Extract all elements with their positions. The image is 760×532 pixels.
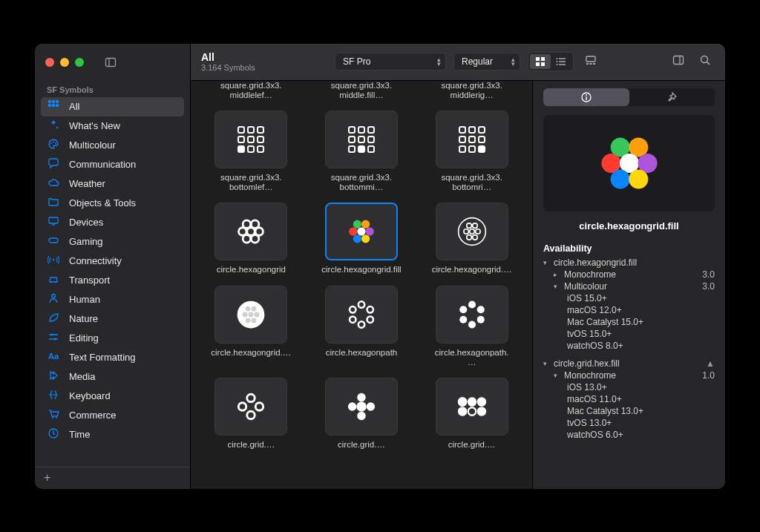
- svg-point-128: [246, 306, 251, 311]
- svg-point-144: [468, 321, 476, 328]
- symbol-cell[interactable]: circle.grid.…: [425, 378, 519, 450]
- symbol-cell[interactable]: square.grid.3x3.bottomlef…: [204, 111, 298, 192]
- svg-point-125: [466, 235, 471, 240]
- grid-view-button[interactable]: [530, 54, 551, 69]
- svg-point-115: [357, 228, 365, 236]
- svg-point-124: [475, 229, 480, 234]
- sidebar-item-objects-tools[interactable]: Objects & Tools: [35, 194, 190, 213]
- info-tab[interactable]: [543, 88, 629, 106]
- symbol-cell[interactable]: square.grid.3x3.bottommi…: [315, 111, 409, 192]
- sidebar-item-nature[interactable]: Nature: [35, 309, 190, 329]
- symbol-caption: circle.hexagonpath: [321, 348, 402, 358]
- symbol-caption: circle.grid.…: [431, 440, 513, 450]
- symbol-cell[interactable]: square.grid.3x3.middle.fill…: [315, 81, 409, 100]
- sidebar-item-all[interactable]: All: [41, 97, 184, 116]
- svg-point-176: [610, 169, 629, 188]
- sidebar-item-label: Editing: [69, 332, 99, 344]
- sidebar-item-communication[interactable]: Communication: [35, 155, 190, 174]
- sf-version: 3.0: [702, 269, 715, 280]
- sidebar-item-label: Weather: [69, 178, 105, 189]
- availability-item[interactable]: ▸ Monochrome 3.0: [543, 269, 715, 280]
- minimize-button[interactable]: [60, 58, 69, 67]
- symbol-cell[interactable]: square.grid.3x3.middlelef…: [204, 81, 298, 100]
- svg-rect-84: [238, 146, 244, 152]
- platform-version: iOS 15.0+: [543, 292, 715, 304]
- pin-tab[interactable]: [629, 88, 715, 106]
- sidebar-item-label: Nature: [69, 313, 98, 324]
- gallery-button[interactable]: [581, 54, 600, 69]
- svg-point-145: [459, 315, 467, 323]
- sidebar-item-multicolour[interactable]: Multicolour: [35, 136, 190, 155]
- symbol-caption: square.grid.3x3.middle.fill…: [321, 81, 402, 100]
- zoom-button[interactable]: [75, 58, 84, 67]
- svg-rect-104: [479, 146, 485, 152]
- symbol-thumb: [325, 286, 398, 344]
- svg-point-129: [252, 306, 257, 311]
- inspector-body[interactable]: Availability ▾ circle.hexagongrid.fill ▸…: [533, 239, 725, 489]
- symbol-cell[interactable]: circle.hexagongrid.…: [425, 203, 519, 275]
- availability-group[interactable]: ▾ circle.grid.hex.fill ▲: [543, 358, 715, 370]
- svg-point-108: [247, 228, 255, 235]
- font-select[interactable]: SF Pro ▴▾: [335, 53, 446, 70]
- sidebar-item-label: Text Formatting: [69, 352, 136, 363]
- sidebar-item-editing[interactable]: Editing: [35, 329, 190, 348]
- sidebar-item-time[interactable]: Time: [35, 425, 190, 444]
- svg-rect-89: [368, 127, 374, 133]
- sidebar-item-commerce[interactable]: Commerce: [35, 406, 190, 425]
- availability-item[interactable]: ▾ Multicolour 3.0: [543, 280, 715, 292]
- inspector-toggle-button[interactable]: [669, 54, 688, 69]
- symbol-grid: square.grid.3x3.middlelef…square.grid.3x…: [204, 81, 519, 450]
- svg-rect-95: [368, 146, 374, 152]
- hexagongrid-fill-icon: [595, 129, 664, 197]
- symbol-cell[interactable]: square.grid.3x3.bottomri…: [425, 111, 519, 192]
- symbol-grid-area[interactable]: square.grid.3x3.middlelef…square.grid.3x…: [191, 81, 532, 489]
- symbol-cell[interactable]: circle.grid.…: [315, 378, 409, 450]
- symbol-cell[interactable]: square.grid.3x3.middlerig…: [425, 81, 519, 100]
- svg-point-116: [366, 228, 374, 236]
- toggle-sidebar-button[interactable]: [105, 56, 117, 68]
- symbol-cell[interactable]: circle.hexagongrid.…: [204, 286, 298, 367]
- symbol-cell[interactable]: circle.hexagongrid: [204, 203, 298, 275]
- svg-rect-80: [258, 127, 263, 133]
- svg-point-177: [629, 169, 648, 188]
- svg-point-117: [353, 235, 361, 243]
- svg-point-110: [243, 235, 251, 243]
- sidebar-item-transport[interactable]: Transport: [35, 271, 190, 290]
- inspector-panel: circle.hexagongrid.fill Availability ▾ c…: [532, 81, 725, 489]
- add-collection-button[interactable]: +: [35, 467, 190, 489]
- app-window: SF Symbols All What's New Multicolour Co…: [35, 44, 725, 489]
- keyboard-icon: [47, 389, 60, 403]
- list-view-button[interactable]: [551, 54, 571, 69]
- bubble-icon: [47, 157, 60, 171]
- sidebar-item-text-formatting[interactable]: Text Formatting: [35, 348, 190, 367]
- close-button[interactable]: [45, 58, 54, 67]
- symbol-cell[interactable]: circle.grid.…: [204, 378, 298, 450]
- sidebar-item-gaming[interactable]: Gaming: [35, 232, 190, 252]
- sidebar-item-human[interactable]: Human: [35, 290, 190, 309]
- search-button[interactable]: [695, 54, 715, 69]
- availability-group[interactable]: ▾ circle.hexagongrid.fill: [543, 257, 715, 269]
- svg-rect-97: [469, 127, 475, 133]
- sidebar-item-keyboard[interactable]: Keyboard: [35, 387, 190, 406]
- sidebar-item-what-s-new[interactable]: What's New: [35, 116, 190, 136]
- svg-rect-73: [593, 63, 595, 65]
- inspector-tabs: [543, 88, 715, 106]
- sidebar-item-weather[interactable]: Weather: [35, 174, 190, 194]
- svg-rect-72: [590, 63, 592, 65]
- symbol-thumb: [214, 111, 287, 168]
- sidebar-item-devices[interactable]: Devices: [35, 213, 190, 232]
- titlebar-left: [35, 44, 190, 81]
- group-title: circle.grid.hex.fill: [554, 358, 703, 369]
- sf-version: 1.0: [702, 370, 715, 381]
- sidebar-item-connectivity[interactable]: Connectivity: [35, 252, 190, 271]
- svg-rect-61: [541, 57, 545, 61]
- weight-select[interactable]: Regular ▴▾: [453, 53, 520, 70]
- sidebar-item-media[interactable]: Media: [35, 367, 190, 387]
- symbol-cell[interactable]: circle.hexagonpath.…: [425, 286, 519, 367]
- availability-item[interactable]: ▾ Monochrome 1.0: [543, 370, 715, 381]
- sidebar-item-label: Human: [69, 294, 100, 305]
- svg-point-112: [353, 220, 361, 229]
- symbol-cell[interactable]: circle.hexagongrid.fill: [315, 203, 409, 275]
- symbol-cell[interactable]: circle.hexagonpath: [315, 286, 409, 367]
- leaf-icon: [47, 312, 60, 326]
